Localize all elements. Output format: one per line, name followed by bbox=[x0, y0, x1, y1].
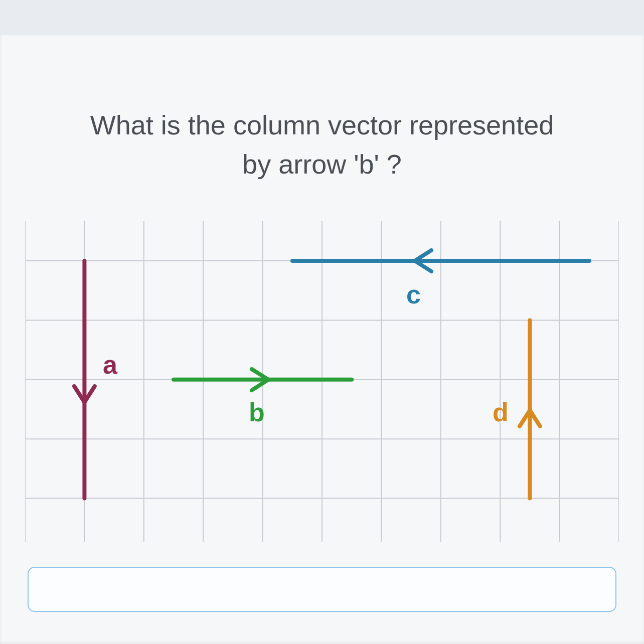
question-text: What is the column vector represented by… bbox=[0, 105, 644, 184]
question-line-1: What is the column vector represented bbox=[90, 110, 554, 140]
grid-svg: a b c d bbox=[25, 221, 619, 542]
vector-d-label: d bbox=[493, 398, 509, 427]
answer-input[interactable] bbox=[28, 567, 616, 612]
page-content: What is the column vector represented by… bbox=[0, 35, 644, 644]
vector-c-label: c bbox=[406, 280, 421, 309]
vector-b-label: b bbox=[249, 398, 265, 427]
vector-b: b bbox=[174, 369, 352, 427]
vector-grid: a b c d bbox=[25, 221, 619, 542]
vector-a-label: a bbox=[103, 350, 118, 379]
question-line-2: by arrow 'b' ? bbox=[242, 149, 402, 179]
